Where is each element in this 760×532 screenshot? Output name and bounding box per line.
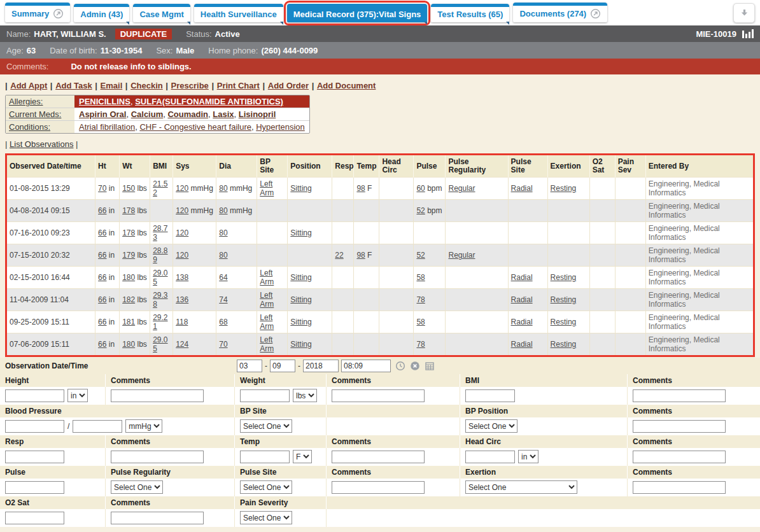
pain-severity-select[interactable]: Select One	[240, 511, 292, 524]
obs-value-link[interactable]: 136	[176, 295, 188, 304]
clock-icon[interactable]	[395, 361, 405, 371]
obs-value-link[interactable]: 70	[219, 340, 227, 349]
tab-health-surveillance[interactable]: Health Surveillance	[194, 4, 283, 22]
obs-value-link[interactable]: 179	[122, 251, 135, 260]
obs-value-link[interactable]: 29.38	[153, 291, 167, 309]
bp-diastolic-input[interactable]	[73, 420, 122, 433]
obs-value-link[interactable]: 180	[122, 340, 135, 349]
obs-value-link[interactable]: 120	[176, 184, 188, 193]
tab-test-results-65[interactable]: Test Results (65)	[431, 4, 509, 22]
obs-value-link[interactable]: 80	[219, 228, 227, 237]
o2-sat-comments-input[interactable]	[111, 512, 204, 524]
tab-medical-record-375-vital-signs[interactable]: Medical Record (375):Vital Signs	[287, 4, 428, 22]
temp-comments-input[interactable]	[332, 451, 425, 463]
obs-value-link[interactable]: 68	[219, 318, 227, 326]
obs-value-link[interactable]: Left Arm	[260, 269, 274, 286]
obs-value-link[interactable]: 80	[219, 206, 227, 215]
obs-value-link[interactable]: 58	[416, 273, 425, 282]
med-link-lisinopril[interactable]: Lisinopril	[239, 109, 276, 119]
bp-comments-input[interactable]	[633, 420, 726, 433]
med-link-coumadin[interactable]: Coumadin	[167, 109, 208, 119]
obs-value-link[interactable]: Sitting	[290, 340, 311, 349]
resp-comments-input[interactable]	[111, 451, 204, 463]
current-meds-label-link[interactable]: Current Meds:	[9, 109, 61, 119]
pulse-regularity-select[interactable]: Select One	[111, 480, 163, 494]
obs-value-link[interactable]: 22	[335, 251, 343, 260]
weight-input[interactable]	[240, 389, 290, 402]
obs-time-input[interactable]	[341, 360, 391, 372]
obs-value-link[interactable]: 70	[98, 184, 106, 193]
download-button[interactable]	[733, 3, 755, 23]
condition-link-hypertension[interactable]: Hypertension	[256, 122, 305, 132]
popout-icon[interactable]	[590, 8, 601, 19]
obs-value-link[interactable]: 58	[416, 318, 425, 326]
allergy-link-penicillins[interactable]: PENICILLINS	[79, 97, 130, 106]
conditions-label-link[interactable]: Conditions:	[9, 122, 50, 132]
flowsheet-chart-icon[interactable]	[742, 29, 754, 38]
obs-value-link[interactable]: 98	[356, 184, 365, 193]
head-circ-comments-input[interactable]	[633, 451, 726, 463]
quick-link-checkin[interactable]: Checkin	[130, 81, 163, 90]
obs-value-link[interactable]: 78	[416, 340, 425, 349]
bmi-input[interactable]	[465, 389, 515, 402]
obs-value-link[interactable]: Left Arm	[260, 291, 274, 309]
obs-value-link[interactable]: 28.89	[153, 246, 167, 264]
obs-value-link[interactable]: 66	[98, 340, 106, 349]
obs-value-link[interactable]: Regular	[448, 184, 475, 193]
obs-value-link[interactable]: Left Arm	[260, 335, 274, 353]
med-link-calcium[interactable]: Calcium	[131, 109, 164, 119]
obs-value-link[interactable]: Radial	[511, 318, 533, 326]
obs-value-link[interactable]: Sitting	[290, 295, 311, 304]
obs-value-link[interactable]: Sitting	[290, 184, 311, 193]
list-observations-link[interactable]: List Observations	[10, 139, 73, 149]
obs-value-link[interactable]: 28.73	[153, 224, 167, 242]
allergy-link-sulfa-sulfonamide-antibiotics[interactable]: SULFA(SULFONAMIDE ANTIBIOTICS)	[135, 97, 283, 106]
bp-unit-select[interactable]: mmHg	[125, 419, 162, 433]
temp-unit-select[interactable]: F	[293, 450, 312, 463]
obs-value-link[interactable]: 21.52	[153, 179, 167, 197]
obs-value-link[interactable]: 52	[416, 206, 425, 215]
head-circ-input[interactable]	[465, 451, 515, 463]
obs-value-link[interactable]: 66	[98, 273, 106, 282]
condition-link-chf-congestive-heart-failure[interactable]: CHF - Congestive heart failure	[139, 122, 251, 132]
quick-link-prescribe[interactable]: Prescribe	[171, 81, 209, 90]
tab-admin-43[interactable]: Admin (43)	[74, 4, 129, 22]
obs-value-link[interactable]: Left Arm	[260, 313, 274, 331]
obs-value-link[interactable]: 180	[122, 273, 135, 282]
obs-value-link[interactable]: Radial	[511, 295, 533, 304]
obs-value-link[interactable]: Resting	[551, 318, 577, 326]
calendar-icon[interactable]	[425, 361, 435, 371]
obs-value-link[interactable]: 182	[122, 295, 135, 304]
exertion-select[interactable]: Select One	[465, 480, 577, 494]
quick-link-add-document[interactable]: Add Document	[317, 81, 376, 90]
condition-link-atrial-fibrillation[interactable]: Atrial fibrillation	[79, 122, 135, 132]
tab-documents-274[interactable]: Documents (274)	[513, 3, 607, 22]
obs-value-link[interactable]: Resting	[551, 184, 577, 193]
obs-value-link[interactable]: 66	[98, 295, 106, 304]
obs-value-link[interactable]: 29.05	[153, 269, 167, 286]
obs-value-link[interactable]: 66	[98, 318, 106, 326]
pulse-comments-input[interactable]	[332, 481, 425, 494]
obs-value-link[interactable]: Left Arm	[260, 179, 274, 197]
obs-value-link[interactable]: 60	[416, 184, 425, 193]
quick-link-print-chart[interactable]: Print Chart	[217, 81, 260, 90]
obs-value-link[interactable]: 29.21	[153, 313, 167, 331]
quick-link-email[interactable]: Email	[101, 81, 123, 90]
height-input[interactable]	[5, 389, 64, 402]
allergies-label-link[interactable]: Allergies:	[9, 97, 43, 106]
obs-value-link[interactable]: 178	[122, 228, 135, 237]
obs-value-link[interactable]: Radial	[511, 273, 533, 282]
obs-value-link[interactable]: 124	[176, 340, 188, 349]
height-comments-input[interactable]	[111, 389, 204, 402]
weight-unit-select[interactable]: lbs	[293, 389, 317, 402]
bmi-comments-input[interactable]	[633, 389, 726, 402]
med-link-lasix[interactable]: Lasix	[213, 109, 234, 119]
temp-input[interactable]	[240, 451, 290, 463]
obs-value-link[interactable]: 120	[176, 206, 188, 215]
obs-value-link[interactable]: 66	[98, 251, 106, 260]
height-unit-select[interactable]: in	[67, 389, 88, 402]
weight-comments-input[interactable]	[332, 389, 425, 402]
resp-input[interactable]	[5, 451, 64, 463]
obs-date-day-input[interactable]	[270, 360, 295, 372]
obs-value-link[interactable]: 74	[219, 295, 227, 304]
